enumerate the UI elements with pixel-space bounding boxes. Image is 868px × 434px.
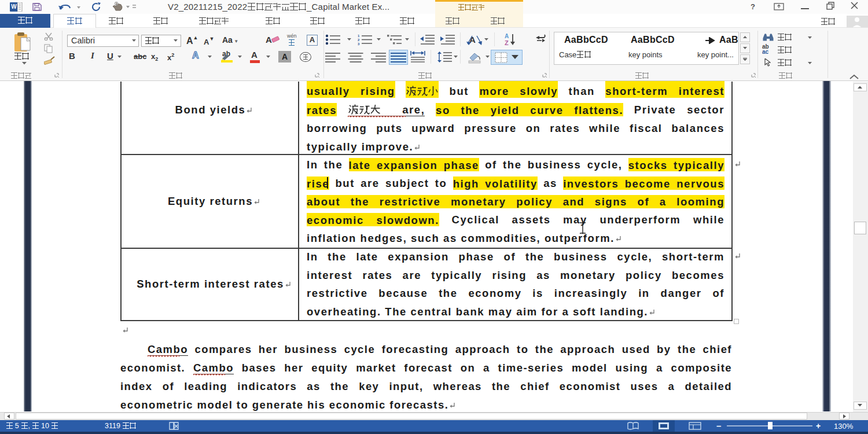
- svg-text:2: 2: [358, 38, 360, 42]
- svg-text:A: A: [505, 33, 509, 39]
- svg-text:3: 3: [358, 42, 360, 45]
- svg-text:Z: Z: [505, 39, 509, 46]
- svg-text:1: 1: [358, 34, 360, 38]
